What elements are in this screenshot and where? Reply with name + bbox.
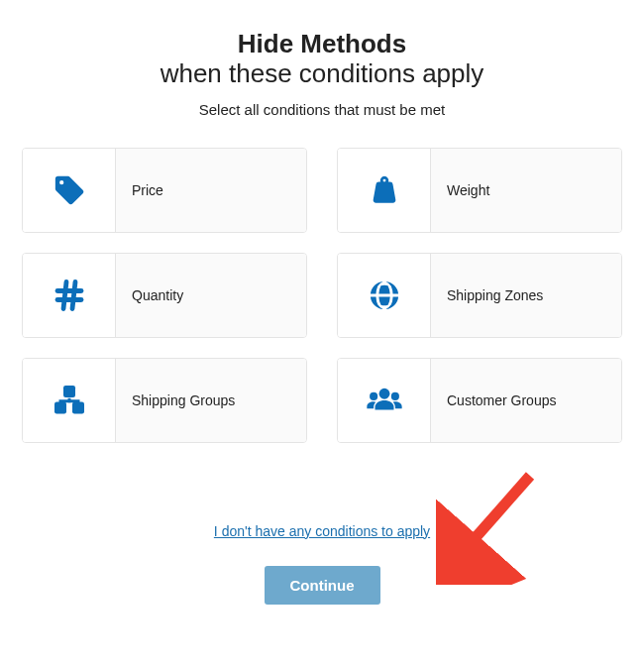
footer: I don't have any conditions to apply Con… <box>20 522 624 605</box>
condition-card-weight[interactable]: Weight <box>337 148 622 233</box>
hash-icon <box>23 254 116 337</box>
svg-rect-5 <box>54 401 66 413</box>
svg-line-2 <box>63 281 66 308</box>
condition-card-shipping-groups[interactable]: Shipping Groups <box>22 358 307 443</box>
svg-point-10 <box>370 392 377 400</box>
condition-card-customer-groups[interactable]: Customer Groups <box>337 358 622 443</box>
svg-point-9 <box>378 389 389 399</box>
svg-line-3 <box>72 281 75 308</box>
condition-card-shipping-zones[interactable]: Shipping Zones <box>337 253 622 338</box>
weight-icon <box>338 149 431 232</box>
page-subtitle: when these conditions apply <box>20 59 624 89</box>
svg-rect-8 <box>58 399 79 402</box>
condition-card-quantity[interactable]: Quantity <box>22 253 307 338</box>
condition-label: Shipping Groups <box>116 359 306 442</box>
condition-label: Price <box>116 149 306 232</box>
svg-rect-4 <box>63 386 75 397</box>
globe-icon <box>338 254 431 337</box>
skip-conditions-link[interactable]: I don't have any conditions to apply <box>214 523 430 539</box>
page-title: Hide Methods <box>20 30 624 59</box>
continue-button[interactable]: Continue <box>265 566 380 605</box>
condition-label: Customer Groups <box>431 359 621 442</box>
tag-icon <box>23 149 116 232</box>
condition-label: Weight <box>431 149 621 232</box>
condition-card-price[interactable]: Price <box>22 148 307 233</box>
condition-label: Quantity <box>116 254 306 337</box>
condition-label: Shipping Zones <box>431 254 621 337</box>
header: Hide Methods when these conditions apply <box>20 30 624 89</box>
boxes-icon <box>23 359 116 442</box>
conditions-grid: Price Weight Quantity Shipping Zones Shi… <box>20 148 624 443</box>
instruction-text: Select all conditions that must be met <box>20 101 624 118</box>
svg-point-11 <box>390 392 398 400</box>
users-icon <box>338 359 431 442</box>
svg-rect-6 <box>72 401 84 413</box>
